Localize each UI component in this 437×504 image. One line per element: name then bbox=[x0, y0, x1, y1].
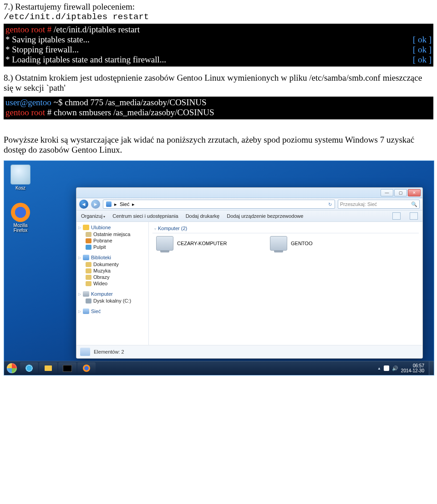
volume-icon[interactable]: 🔊 bbox=[392, 365, 398, 371]
search-input[interactable]: Przeszukaj: Sieć 🔍 bbox=[338, 200, 420, 209]
view-options-button[interactable] bbox=[392, 212, 401, 220]
sidebar-favorites-header[interactable]: ▷Ulubione bbox=[78, 225, 147, 230]
taskbar-item-cmd[interactable] bbox=[58, 362, 76, 374]
recycle-bin-label: Kosz bbox=[7, 185, 34, 190]
desktop-icon-recycle-bin[interactable]: Kosz bbox=[7, 165, 34, 190]
term1-line-2-text: * Loading iptables state and starting fi… bbox=[5, 55, 166, 65]
sidebar-libraries-header[interactable]: ▷Biblioteki bbox=[78, 255, 147, 260]
toolbar-add-wireless[interactable]: Dodaj urządzenie bezprzewodowe bbox=[227, 213, 303, 219]
explorer-sidebar: ▷Ulubione Ostatnie miejsca Pobrane Pulpi… bbox=[76, 222, 149, 345]
sidebar-item-downloads[interactable]: Pobrane bbox=[78, 237, 147, 244]
system-tray: ▲ 🔊 06:57 2014-12-30 bbox=[375, 361, 429, 375]
term2-l2-user: gentoo root bbox=[5, 108, 45, 117]
tray-time: 06:57 bbox=[401, 363, 424, 368]
step7-cmd: /etc/init.d/iptables restart bbox=[4, 12, 433, 22]
term1-line-0-status: [ ok ] bbox=[413, 35, 432, 45]
taskbar: ▲ 🔊 06:57 2014-12-30 bbox=[4, 361, 434, 375]
sidebar-network-label: Sieć bbox=[91, 309, 101, 314]
taskbar-item-explorer[interactable] bbox=[39, 362, 57, 374]
step8-text: 8.) Ostatnim krokiem jest udostępnienie … bbox=[4, 73, 433, 93]
window-maximize-button[interactable]: ▢ bbox=[394, 189, 407, 196]
toolbar-organize[interactable]: Organizuj bbox=[81, 213, 105, 219]
sidebar-item-cdrive[interactable]: Dysk lokalny (C:) bbox=[78, 298, 147, 304]
search-icon: 🔍 bbox=[411, 201, 417, 207]
window-titlebar[interactable]: — ▢ ✕ bbox=[76, 188, 422, 198]
sidebar-network-header[interactable]: ▷Sieć bbox=[78, 309, 147, 314]
address-bar-row: ◄ ► ▸ Sieć ▸ ↻ Przeszukaj: Sieć 🔍 bbox=[76, 198, 422, 211]
term1-line-1-status: [ ok ] bbox=[413, 45, 432, 55]
explorer-icon bbox=[45, 365, 52, 371]
term2-l1-user: user@gentoo bbox=[5, 98, 51, 107]
section-header-computers[interactable]: ▿Komputer (2) bbox=[152, 225, 419, 233]
sidebar-item-pictures-label: Obrazy bbox=[93, 274, 109, 280]
tray-date: 2014-12-30 bbox=[401, 368, 424, 373]
action-center-icon[interactable] bbox=[384, 365, 389, 371]
sidebar-computer-label: Komputer bbox=[91, 291, 113, 297]
window-minimize-button[interactable]: — bbox=[381, 189, 393, 196]
recycle-bin-icon bbox=[10, 165, 30, 185]
sidebar-item-videos-label: Wideo bbox=[93, 281, 107, 286]
term2-line-2: gentoo root # chown smbusers /as_media/z… bbox=[5, 108, 432, 118]
summary-text: Powyższe kroki są wystarczające jak wida… bbox=[4, 135, 433, 155]
sidebar-item-downloads-label: Pobrane bbox=[93, 238, 112, 243]
sidebar-item-music[interactable]: Muzyka bbox=[78, 267, 147, 274]
taskbar-item-firefox[interactable] bbox=[77, 362, 96, 374]
sidebar-item-pictures[interactable]: Obrazy bbox=[78, 274, 147, 280]
refresh-icon[interactable]: ↻ bbox=[328, 202, 332, 207]
cmd-icon bbox=[63, 365, 72, 372]
ie-icon bbox=[25, 365, 33, 372]
term1-line-0-text: * Saving iptables state... bbox=[5, 35, 90, 45]
win7-desktop: Kosz Mozilla Firefox — ▢ ✕ ◄ ► ▸ Sieć ▸ … bbox=[4, 160, 434, 375]
library-icon bbox=[83, 255, 89, 260]
address-label: Sieć bbox=[120, 201, 129, 207]
section-header-label: Komputer (2) bbox=[158, 226, 187, 231]
sidebar-computer: ▷Komputer Dysk lokalny (C:) bbox=[78, 291, 147, 304]
term2-line-1: user@gentoo ~$ chmod 775 /as_media/zasob… bbox=[5, 98, 432, 108]
sidebar-item-desktop-label: Pulpit bbox=[93, 244, 106, 250]
sidebar-item-videos[interactable]: Wideo bbox=[78, 280, 147, 287]
toolbar-add-printer[interactable]: Dodaj drukarkę bbox=[186, 213, 220, 219]
sidebar-network: ▷Sieć bbox=[78, 309, 147, 314]
taskbar-item-ie[interactable] bbox=[20, 362, 38, 374]
sidebar-item-documents-label: Dokumenty bbox=[93, 262, 119, 267]
tray-expand-icon[interactable]: ▲ bbox=[377, 366, 381, 370]
download-icon bbox=[86, 238, 91, 243]
help-button[interactable] bbox=[410, 212, 418, 220]
tray-clock[interactable]: 06:57 2014-12-30 bbox=[401, 363, 426, 373]
start-button[interactable] bbox=[4, 361, 20, 375]
sidebar-item-documents[interactable]: Dokumenty bbox=[78, 261, 147, 267]
term2-l2-rest: # chown smbusers /as_media/zasoby/COSINU… bbox=[45, 108, 214, 117]
term1-prompt-cmd: /etc/init.d/iptables restart bbox=[51, 25, 140, 34]
nav-forward-button[interactable]: ► bbox=[91, 200, 100, 209]
windows-orb-icon bbox=[7, 363, 17, 373]
network-tree-icon bbox=[83, 309, 89, 314]
address-sep: ▸ bbox=[114, 201, 117, 207]
address-sep-2: ▸ bbox=[132, 201, 135, 207]
sidebar-item-cdrive-label: Dysk lokalny (C:) bbox=[93, 298, 131, 303]
explorer-window: — ▢ ✕ ◄ ► ▸ Sieć ▸ ↻ Przeszukaj: Sieć 🔍 bbox=[76, 187, 423, 359]
nav-back-button[interactable]: ◄ bbox=[79, 200, 88, 209]
sidebar-item-recent[interactable]: Ostatnie miejsca bbox=[78, 231, 147, 237]
search-placeholder: Przeszukaj: Sieć bbox=[340, 201, 377, 207]
desktop-folder-icon bbox=[86, 245, 91, 250]
desktop-icon-firefox[interactable]: Mozilla Firefox bbox=[7, 203, 34, 233]
pc-icon bbox=[270, 236, 287, 251]
network-computer-gentoo[interactable]: GENTOO bbox=[270, 236, 370, 251]
window-close-button[interactable]: ✕ bbox=[408, 189, 421, 196]
network-computer-cezary-label: CEZARY-KOMPUTER bbox=[177, 241, 227, 246]
status-network-icon bbox=[80, 348, 90, 356]
firefox-label: Mozilla Firefox bbox=[7, 223, 34, 233]
sidebar-computer-header[interactable]: ▷Komputer bbox=[78, 291, 147, 297]
show-desktop-button[interactable] bbox=[429, 361, 434, 375]
network-computer-cezary[interactable]: CEZARY-KOMPUTER bbox=[156, 236, 256, 251]
explorer-content: ▿Komputer (2) CEZARY-KOMPUTER GENTOO bbox=[149, 222, 422, 345]
firefox-icon bbox=[11, 203, 30, 222]
star-icon bbox=[83, 225, 89, 230]
terminal-block-2: user@gentoo ~$ chmod 775 /as_media/zasob… bbox=[4, 97, 433, 119]
sidebar-item-desktop[interactable]: Pulpit bbox=[78, 244, 147, 250]
address-bar[interactable]: ▸ Sieć ▸ ↻ bbox=[103, 200, 335, 209]
sidebar-libraries: ▷Biblioteki Dokumenty Muzyka Obrazy Wide… bbox=[78, 255, 147, 287]
term1-line-2: * Loading iptables state and starting fi… bbox=[5, 55, 432, 65]
toolbar-network-center[interactable]: Centrum sieci i udostępniania bbox=[112, 213, 178, 219]
term1-line-2-status: [ ok ] bbox=[413, 55, 432, 65]
